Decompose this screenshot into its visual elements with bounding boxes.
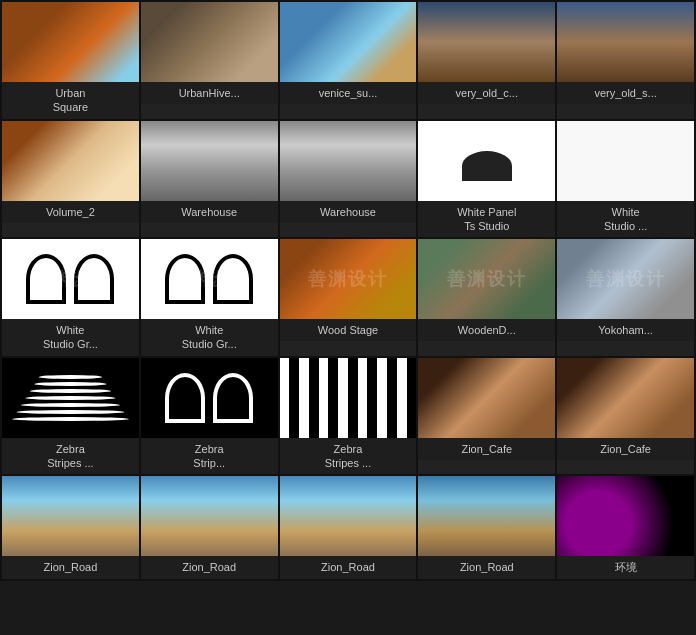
thumbnail-very-old-c xyxy=(418,2,555,82)
thumbnail-huanjing xyxy=(557,476,694,556)
thumbnail-wood-stage: 善渊设计 xyxy=(280,239,417,319)
thumbnail-warehouse1 xyxy=(141,121,278,201)
thumbnail-volume-2 xyxy=(2,121,139,201)
watermark: 善渊设计 xyxy=(280,239,417,319)
item-label-zion-road2: Zion_Road xyxy=(141,556,278,578)
thumbnail-white-studio xyxy=(557,121,694,201)
item-label-white-studio-gr1: White Studio Gr... xyxy=(2,319,139,356)
item-label-zebra1: Zebra Stripes ... xyxy=(2,438,139,475)
item-label-warehouse1: Warehouse xyxy=(141,201,278,223)
grid-item-zebra1[interactable]: Zebra Stripes ... xyxy=(2,358,139,475)
item-label-zion-cafe1: Zion_Cafe xyxy=(418,438,555,460)
watermark: 善渊设计 xyxy=(557,239,694,319)
grid-item-volume-2[interactable]: Volume_2 xyxy=(2,121,139,238)
item-label-yokoham: Yokoham... xyxy=(557,319,694,341)
thumbnail-grid: Urban SquareUrbanHive...venice_su...very… xyxy=(0,0,696,581)
grid-item-woodend[interactable]: 善渊设计WoodenD... xyxy=(418,239,555,356)
item-label-warehouse2: Warehouse xyxy=(280,201,417,223)
grid-item-zion-cafe1[interactable]: Zion_Cafe xyxy=(418,358,555,475)
item-label-urbanhive: UrbanHive... xyxy=(141,82,278,104)
item-label-huanjing: 环境 xyxy=(557,556,694,578)
grid-item-warehouse2[interactable]: Warehouse xyxy=(280,121,417,238)
thumbnail-zion-road2 xyxy=(141,476,278,556)
thumbnail-urban-square xyxy=(2,2,139,82)
item-label-white-studio-gr2: White Studio Gr... xyxy=(141,319,278,356)
grid-item-zion-cafe2[interactable]: Zion_Cafe xyxy=(557,358,694,475)
grid-item-white-studio-gr1[interactable]: 善渊设计White Studio Gr... xyxy=(2,239,139,356)
item-label-zion-road3: Zion_Road xyxy=(280,556,417,578)
thumbnail-white-studio-gr1: 善渊设计 xyxy=(2,239,139,319)
item-label-zion-road4: Zion_Road xyxy=(418,556,555,578)
thumbnail-zebra2 xyxy=(141,358,278,438)
grid-item-venice-su[interactable]: venice_su... xyxy=(280,2,417,119)
grid-item-zion-road1[interactable]: Zion_Road xyxy=(2,476,139,578)
thumbnail-very-old-s xyxy=(557,2,694,82)
grid-item-white-studio-gr2[interactable]: 善渊设计White Studio Gr... xyxy=(141,239,278,356)
thumbnail-zion-road3 xyxy=(280,476,417,556)
grid-item-white-studio[interactable]: White Studio ... xyxy=(557,121,694,238)
item-label-zebra3: Zebra Stripes ... xyxy=(280,438,417,475)
thumbnail-zion-cafe2 xyxy=(557,358,694,438)
grid-item-zebra2[interactable]: Zebra Strip... xyxy=(141,358,278,475)
grid-item-huanjing[interactable]: 环境 xyxy=(557,476,694,578)
grid-item-white-panel[interactable]: White Panel Ts Studio xyxy=(418,121,555,238)
thumbnail-zebra1 xyxy=(2,358,139,438)
thumbnail-woodend: 善渊设计 xyxy=(418,239,555,319)
grid-item-very-old-c[interactable]: very_old_c... xyxy=(418,2,555,119)
grid-item-warehouse1[interactable]: Warehouse xyxy=(141,121,278,238)
thumbnail-zion-road1 xyxy=(2,476,139,556)
grid-item-zion-road3[interactable]: Zion_Road xyxy=(280,476,417,578)
item-label-zebra2: Zebra Strip... xyxy=(141,438,278,475)
thumbnail-venice-su xyxy=(280,2,417,82)
thumbnail-urbanhive xyxy=(141,2,278,82)
grid-item-zion-road2[interactable]: Zion_Road xyxy=(141,476,278,578)
item-label-zion-road1: Zion_Road xyxy=(2,556,139,578)
thumbnail-zion-cafe1 xyxy=(418,358,555,438)
thumbnail-white-panel xyxy=(418,121,555,201)
grid-item-zion-road4[interactable]: Zion_Road xyxy=(418,476,555,578)
item-label-venice-su: venice_su... xyxy=(280,82,417,104)
watermark: 善渊设计 xyxy=(418,239,555,319)
item-label-white-panel: White Panel Ts Studio xyxy=(418,201,555,238)
thumbnail-zebra3 xyxy=(280,358,417,438)
item-label-zion-cafe2: Zion_Cafe xyxy=(557,438,694,460)
thumbnail-warehouse2 xyxy=(280,121,417,201)
grid-item-very-old-s[interactable]: very_old_s... xyxy=(557,2,694,119)
thumbnail-white-studio-gr2: 善渊设计 xyxy=(141,239,278,319)
item-label-wood-stage: Wood Stage xyxy=(280,319,417,341)
thumbnail-zion-road4 xyxy=(418,476,555,556)
grid-item-urbanhive[interactable]: UrbanHive... xyxy=(141,2,278,119)
grid-item-yokoham[interactable]: 善渊设计Yokoham... xyxy=(557,239,694,356)
grid-item-wood-stage[interactable]: 善渊设计Wood Stage xyxy=(280,239,417,356)
grid-item-zebra3[interactable]: Zebra Stripes ... xyxy=(280,358,417,475)
item-label-very-old-s: very_old_s... xyxy=(557,82,694,104)
item-label-volume-2: Volume_2 xyxy=(2,201,139,223)
grid-item-urban-square[interactable]: Urban Square xyxy=(2,2,139,119)
item-label-woodend: WoodenD... xyxy=(418,319,555,341)
item-label-very-old-c: very_old_c... xyxy=(418,82,555,104)
item-label-white-studio: White Studio ... xyxy=(557,201,694,238)
thumbnail-yokoham: 善渊设计 xyxy=(557,239,694,319)
item-label-urban-square: Urban Square xyxy=(2,82,139,119)
